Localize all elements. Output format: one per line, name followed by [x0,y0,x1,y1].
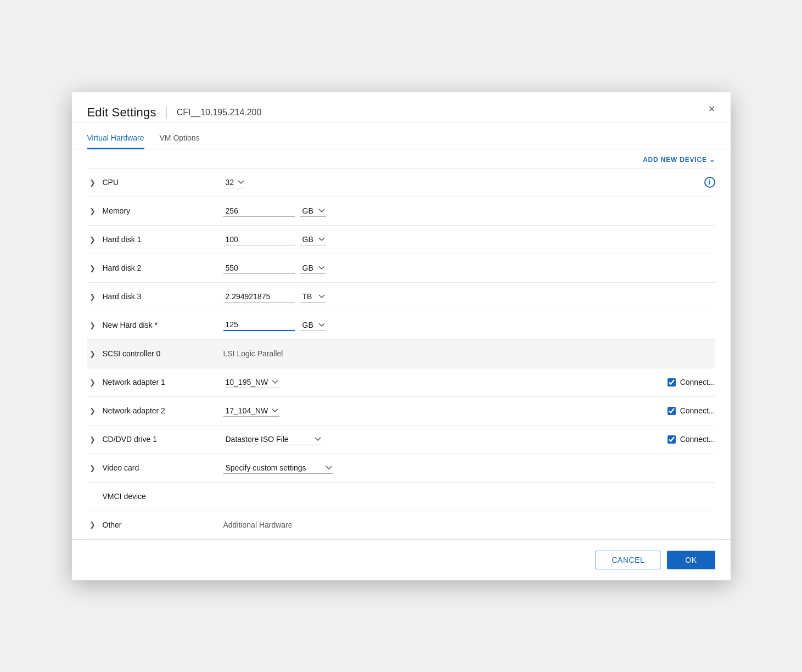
cpu-select[interactable]: 1248163264 [223,177,245,188]
cd-connect-label: Connect... [680,435,715,444]
hw-row-video-card: ❯ Video card Specify custom settings Aut… [87,453,715,482]
dialog-header: Edit Settings CFI__10.195.214.200 × [72,92,731,122]
hw-row-new-hard-disk: ❯ New Hard disk * MBGBTB [87,311,715,339]
hw-right-na2: Connect... [668,406,715,415]
hw-label-other: Other [103,520,223,529]
expand-icon-memory[interactable]: ❯ [87,207,98,215]
hw-label-na2: Network adapter 2 [103,406,223,415]
na1-connect-label: Connect... [680,378,715,387]
hw-row-hard-disk-2: ❯ Hard disk 2 MBGBTB [87,254,715,282]
expand-icon-new-hd[interactable]: ❯ [87,321,98,329]
title-divider [166,106,167,119]
hw-control-memory: MBGBTB [223,205,715,217]
tab-vm-options[interactable]: VM Options [160,128,200,149]
hd3-unit-select[interactable]: MBGBTB [300,291,326,303]
hw-row-vmci: VMCI device [87,482,715,511]
vc-select[interactable]: Specify custom settings Auto-detect sett… [223,462,333,474]
memory-input[interactable] [223,205,295,217]
hw-row-cd-dvd: ❯ CD/DVD drive 1 Datastore ISO File Clie… [87,425,715,453]
edit-settings-dialog: Edit Settings CFI__10.195.214.200 × Virt… [72,92,731,580]
hw-label-hd2: Hard disk 2 [103,264,223,272]
hw-right-cd: Connect... [668,435,715,444]
hw-control-new-hd: MBGBTB [223,319,715,331]
hd2-input[interactable] [223,262,295,274]
expand-icon-hd1[interactable]: ❯ [87,236,98,244]
new-hd-input[interactable] [223,319,295,331]
expand-icon-vc[interactable]: ❯ [87,464,98,472]
hw-label-new-hd: New Hard disk * [103,321,223,329]
info-icon-cpu[interactable]: i [704,177,715,188]
hw-row-memory: ❯ Memory MBGBTB [87,197,715,225]
hd2-unit-select[interactable]: MBGBTB [300,262,326,274]
hw-control-hd2: MBGBTB [223,262,715,274]
hw-control-cd: Datastore ISO File Client Device Host De… [223,434,668,445]
hw-label-cd: CD/DVD drive 1 [103,435,223,444]
hw-control-scsi: LSI Logic Parallel [223,349,715,358]
hw-right-cpu: i [704,177,715,188]
hw-control-na2: 10_195_NW 17_104_NW [223,405,668,417]
expand-icon-other[interactable]: ❯ [87,520,98,529]
hw-control-vc: Specify custom settings Auto-detect sett… [223,462,715,474]
chevron-down-icon: ⌄ [709,156,715,164]
memory-unit-select[interactable]: MBGBTB [300,205,326,217]
hw-row-network-adapter-2: ❯ Network adapter 2 10_195_NW 17_104_NW … [87,396,715,425]
dialog-body: ADD NEW DEVICE ⌄ ❯ CPU 1248163264 i ❯ Me… [72,149,731,539]
cd-connect-checkbox[interactable] [668,435,676,444]
hw-label-na1: Network adapter 1 [103,378,223,387]
hw-label-scsi: SCSI controller 0 [103,349,223,358]
hw-control-na1: 10_195_NW 17_104_NW [223,377,668,388]
hw-label-vmci: VMCI device [87,492,146,501]
hw-label-memory: Memory [103,206,223,215]
dialog-title: Edit Settings [87,105,156,120]
na1-connect-checkbox[interactable] [668,378,676,387]
na2-select[interactable]: 10_195_NW 17_104_NW [223,405,279,417]
hw-row-cpu: ❯ CPU 1248163264 i [87,168,715,197]
hw-control-cpu: 1248163264 [223,177,704,188]
hw-control-other: Additional Hardware [223,520,715,529]
cd-select[interactable]: Datastore ISO File Client Device Host De… [223,434,322,445]
hw-label-cpu: CPU [103,178,223,187]
hd1-input[interactable] [223,234,295,245]
na2-connect-checkbox[interactable] [668,407,676,415]
hw-row-hard-disk-3: ❯ Hard disk 3 MBGBTB [87,282,715,311]
ok-button[interactable]: OK [667,551,715,569]
dialog-footer: CANCEL OK [72,539,731,580]
new-hd-unit-select[interactable]: MBGBTB [300,320,326,331]
other-value: Additional Hardware [223,520,293,529]
na2-connect-label: Connect... [680,406,715,415]
hw-label-vc: Video card [103,463,223,472]
tab-virtual-hardware[interactable]: Virtual Hardware [87,128,144,149]
hw-label-hd3: Hard disk 3 [103,292,223,301]
dialog-subtitle: CFI__10.195.214.200 [177,108,262,117]
close-button[interactable]: × [709,103,715,122]
expand-icon-cd[interactable]: ❯ [87,435,98,444]
hw-row-network-adapter-1: ❯ Network adapter 1 10_195_NW 17_104_NW … [87,368,715,396]
tab-bar: Virtual Hardware VM Options [72,128,731,149]
hw-row-scsi: ❯ SCSI controller 0 LSI Logic Parallel [87,339,715,368]
cancel-button[interactable]: CANCEL [596,551,660,569]
hw-row-other: ❯ Other Additional Hardware [87,511,715,539]
add-new-device-button[interactable]: ADD NEW DEVICE ⌄ [643,156,715,164]
expand-icon-cpu[interactable]: ❯ [87,178,98,187]
add-new-device-label: ADD NEW DEVICE [643,156,707,164]
toolbar-row: ADD NEW DEVICE ⌄ [87,149,715,168]
hd1-unit-select[interactable]: MBGBTB [300,234,326,245]
expand-icon-na2[interactable]: ❯ [87,407,98,415]
hw-control-hd3: MBGBTB [223,291,715,303]
hw-control-hd1: MBGBTB [223,234,715,245]
hd3-input[interactable] [223,291,295,303]
hw-row-hard-disk-1: ❯ Hard disk 1 MBGBTB [87,225,715,254]
expand-icon-scsi[interactable]: ❯ [87,350,98,358]
scsi-value: LSI Logic Parallel [223,349,283,358]
expand-icon-na1[interactable]: ❯ [87,378,98,387]
expand-icon-hd2[interactable]: ❯ [87,264,98,272]
hw-label-hd1: Hard disk 1 [103,235,223,244]
expand-icon-hd3[interactable]: ❯ [87,293,98,301]
hw-right-na1: Connect... [668,378,715,387]
na1-select[interactable]: 10_195_NW 17_104_NW [223,377,279,388]
